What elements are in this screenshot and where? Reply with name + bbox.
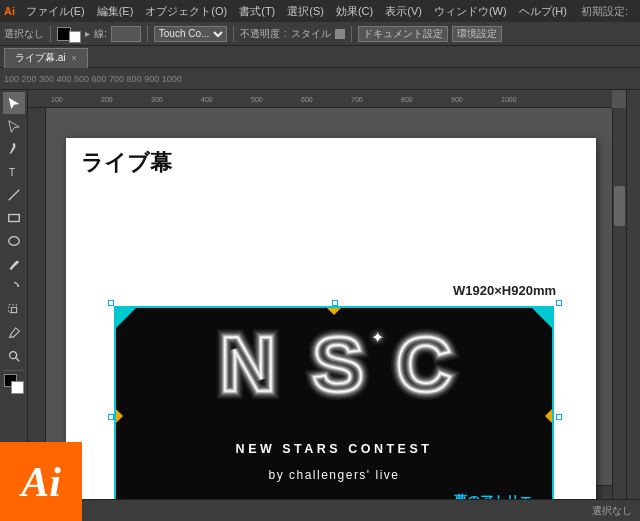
svg-point-0 (12, 143, 15, 146)
tab-filename: ライブ幕.ai (15, 51, 66, 65)
stroke-width-input[interactable] (111, 26, 141, 42)
svg-text:700: 700 (351, 96, 363, 103)
banner: N N N N N N S S S (114, 306, 554, 499)
diamond-top (327, 306, 341, 315)
svg-text:900: 900 (451, 96, 463, 103)
diamond-left (114, 409, 123, 423)
letter-s-container: S S S S S S ✦ (297, 320, 379, 408)
svg-text:200: 200 (101, 96, 113, 103)
color-selector[interactable] (4, 374, 24, 394)
rotate-tool[interactable] (3, 276, 25, 298)
touch-select[interactable]: Touch Co... (154, 26, 227, 42)
menu-view[interactable]: 表示(V) (380, 4, 427, 19)
menu-edit[interactable]: 編集(E) (92, 4, 139, 19)
stroke-color[interactable] (69, 31, 81, 43)
svg-text:600: 600 (301, 96, 313, 103)
ai-logo-text: Ai (21, 461, 61, 503)
document-canvas: ライブ幕 W1920×H920mm (46, 108, 626, 499)
menu-extra: 初期設定: (576, 4, 633, 19)
banner-byline: by challengers' live (268, 468, 399, 482)
style-color[interactable] (335, 29, 345, 39)
main-layout: T (0, 90, 640, 521)
app-icon: Ai (4, 5, 15, 17)
doc-settings-btn[interactable]: ドキュメント設定 (358, 26, 448, 42)
rect-tool[interactable] (3, 207, 25, 229)
nsc-letters: N N N N N N S S S (203, 320, 465, 408)
page-title: ライブ幕 (81, 148, 172, 178)
svg-text:T: T (8, 166, 15, 178)
svg-point-4 (8, 237, 19, 246)
menu-select[interactable]: 選択(S) (282, 4, 329, 19)
ai-logo: Ai (0, 442, 82, 521)
letter-s-s6: S (312, 325, 364, 403)
brush-tool[interactable] (3, 253, 25, 275)
corner-tr (532, 308, 552, 328)
tab-close-btn[interactable]: × (72, 53, 77, 63)
white-page: ライブ幕 W1920×H920mm (66, 138, 596, 499)
selection-label: 選択なし (4, 27, 44, 41)
letter-c-s6: C (396, 325, 452, 403)
svg-line-2 (8, 190, 19, 201)
divider1 (50, 26, 51, 42)
tab-document[interactable]: ライブ幕.ai × (4, 48, 88, 68)
menu-window[interactable]: ウィンドウ(W) (429, 4, 512, 19)
svg-text:1000: 1000 (501, 96, 517, 103)
tab-bar: ライブ幕.ai × (0, 46, 640, 68)
handle-mid-right[interactable] (556, 414, 562, 420)
divider4 (351, 26, 352, 42)
zoom-tool[interactable] (3, 345, 25, 367)
menu-file[interactable]: ファイル(E) (21, 4, 90, 19)
canvas-area: 100 200 300 400 500 600 700 800 900 1000 (28, 90, 626, 521)
main-toolbar: 選択なし ▸ 線: Touch Co... 不透明度 : スタイル ドキュメント… (0, 22, 640, 46)
svg-rect-5 (11, 307, 16, 312)
stroke-icon: ▸ (85, 28, 90, 39)
ruler-horizontal: 100 200 300 400 500 600 700 800 900 1000 (28, 90, 612, 108)
menu-bar: Ai ファイル(E) 編集(E) オブジェクト(O) 書式(T) 選択(S) 効… (0, 0, 640, 22)
ellipse-tool[interactable] (3, 230, 25, 252)
svg-text:400: 400 (201, 96, 213, 103)
pen-tool[interactable] (3, 138, 25, 160)
letter-n-s6: N (220, 325, 276, 403)
dimensions-label: W1920×H920mm (453, 283, 556, 298)
handle-top-right[interactable] (556, 300, 562, 306)
banner-container[interactable]: N N N N N N S S S (111, 303, 559, 499)
style-label: スタイル (291, 27, 331, 41)
svg-rect-9 (46, 90, 612, 107)
stroke-width: 線: (94, 27, 107, 41)
diamond-right (545, 409, 554, 423)
status-bar: 選択なし 選択なし (0, 499, 640, 521)
letter-c-container: C C C C C C (383, 320, 465, 408)
svg-line-8 (15, 358, 19, 362)
menu-format[interactable]: 書式(T) (234, 4, 280, 19)
ruler-info: 100 200 300 400 500 600 700 800 900 1000 (4, 74, 182, 84)
svg-rect-6 (8, 305, 16, 313)
banner-subtitle: NEW STARS CONTEST (236, 442, 433, 456)
scale-tool[interactable] (3, 299, 25, 321)
right-panel (626, 90, 640, 521)
banner-jp-text: 夢のアトリエ (454, 492, 532, 499)
line-tool[interactable] (3, 184, 25, 206)
svg-text:300: 300 (151, 96, 163, 103)
tool-divider (4, 370, 24, 371)
env-settings-btn[interactable]: 環境設定 (452, 26, 502, 42)
direct-select-tool[interactable] (3, 115, 25, 137)
divider2 (147, 26, 148, 42)
opacity-label: 不透明度 (240, 27, 280, 41)
status-right: 選択なし (592, 504, 632, 518)
select-tool[interactable] (3, 92, 25, 114)
menu-object[interactable]: オブジェクト(O) (140, 4, 232, 19)
window-minimize[interactable]: － (635, 4, 640, 19)
svg-text:100: 100 (51, 96, 63, 103)
svg-text:500: 500 (251, 96, 263, 103)
eyedropper-tool[interactable] (3, 322, 25, 344)
options-bar: 100 200 300 400 500 600 700 800 900 1000 (0, 68, 640, 90)
divider3 (233, 26, 234, 42)
opacity-colon: : (284, 28, 287, 39)
svg-text:800: 800 (401, 96, 413, 103)
menu-effect[interactable]: 効果(C) (331, 4, 378, 19)
type-tool[interactable]: T (3, 161, 25, 183)
svg-rect-3 (8, 215, 19, 222)
menu-help[interactable]: ヘルプ(H) (514, 4, 572, 19)
corner-tl (116, 308, 136, 328)
svg-point-7 (9, 352, 16, 359)
